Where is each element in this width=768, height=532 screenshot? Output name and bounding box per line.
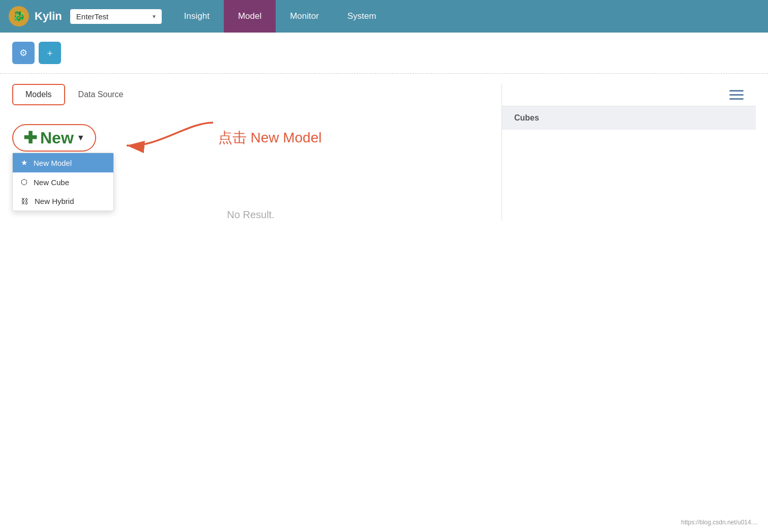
dropdown-item-new-hybrid[interactable]: ⛓ New Hybrid [13,192,113,211]
annotation-area: 点击 New Model [116,117,322,158]
cubes-header: Cubes [502,106,756,130]
cube-icon: ⬡ [21,178,27,187]
hamburger-menu[interactable] [729,90,744,100]
tabs: Models Data Source [12,84,489,105]
nav-item-system[interactable]: System [333,0,391,33]
annotation-text: 点击 New Model [218,128,322,147]
arrow-annotation [116,117,218,158]
nav-item-insight[interactable]: Insight [170,0,224,33]
nav-item-model[interactable]: Model [224,0,276,33]
dropdown-item-new-cube[interactable]: ⬡ New Cube [13,172,113,192]
new-hybrid-label: New Hybrid [35,197,74,205]
hamburger-line-1 [729,90,744,92]
brand: 🐉 Kylin [8,6,70,27]
brand-logo: 🐉 [8,6,29,27]
caret-icon: ▼ [77,133,85,142]
dropdown-item-new-model[interactable]: ★ New Model [13,153,113,172]
gear-icon: ⚙ [19,47,27,58]
hamburger-line-3 [729,98,744,100]
hamburger-line-2 [729,94,744,96]
navbar: 🐉 Kylin EnterTest Insight Model Monitor … [0,0,768,33]
new-model-label: New Model [34,159,72,167]
project-selector-wrapper[interactable]: EnterTest [70,9,162,24]
hybrid-icon: ⛓ [21,197,28,205]
brand-name: Kylin [35,10,62,23]
dropdown-menu: ★ New Model ⬡ New Cube ⛓ New Hybrid [12,153,114,211]
tab-models[interactable]: Models [12,84,65,105]
tab-data-source[interactable]: Data Source [65,84,137,105]
watermark: https://blog.csdn.net/u014.... [681,519,758,526]
svg-text:🐉: 🐉 [13,10,25,22]
new-plus-icon: ✚ [23,128,37,147]
new-button[interactable]: ✚ New ▼ [12,124,96,152]
new-cube-label: New Cube [34,178,69,187]
right-panel: Cubes [501,84,756,221]
settings-button[interactable]: ⚙ [12,42,35,64]
content-area: Models Data Source ✚ New ▼ ★ New Model [0,74,768,231]
new-button-wrapper: ✚ New ▼ ★ New Model ⬡ New Cube ⛓ [12,124,96,152]
plus-icon: ＋ [45,47,54,59]
nav-menu: Insight Model Monitor System [170,0,391,33]
actions-row: ✚ New ▼ ★ New Model ⬡ New Cube ⛓ [12,117,489,158]
nav-item-monitor[interactable]: Monitor [276,0,333,33]
right-panel-header [502,84,756,106]
star-icon: ★ [21,158,27,167]
add-button[interactable]: ＋ [39,42,61,64]
left-panel: Models Data Source ✚ New ▼ ★ New Model [12,84,489,221]
toolbar: ⚙ ＋ [0,33,768,74]
project-select[interactable]: EnterTest [70,9,162,24]
new-label: New [40,129,74,147]
